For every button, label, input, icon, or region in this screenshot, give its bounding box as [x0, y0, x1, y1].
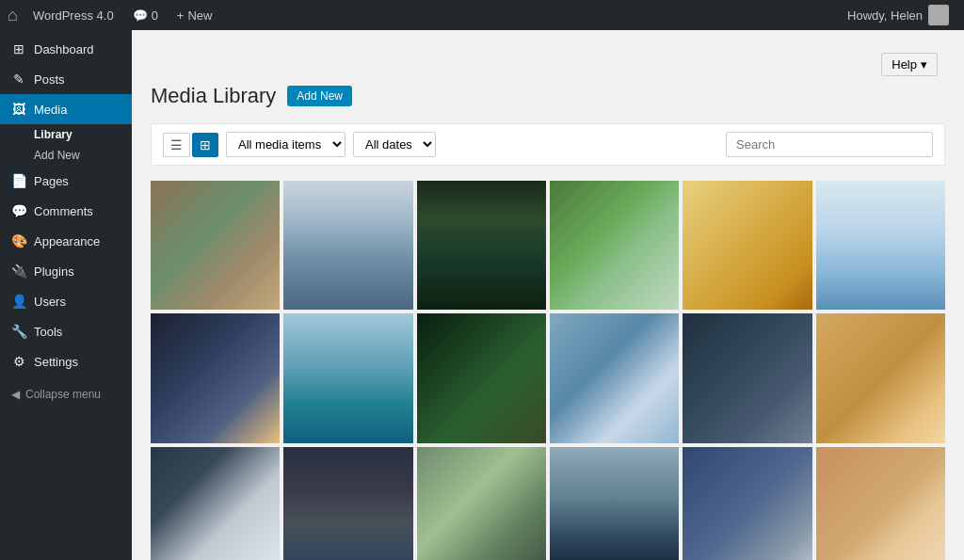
plugins-icon: 🔌: [11, 264, 26, 279]
collapse-menu[interactable]: ◀ Collapse menu: [0, 380, 132, 408]
sidebar-item-users[interactable]: 👤 Users: [0, 286, 132, 316]
media-item[interactable]: [550, 447, 679, 560]
media-item[interactable]: [816, 181, 945, 310]
media-item[interactable]: [283, 313, 412, 442]
comments-icon: 💬: [11, 203, 26, 218]
help-label: Help: [892, 57, 917, 72]
sidebar-item-settings-label: Settings: [34, 355, 78, 369]
media-item[interactable]: [683, 313, 811, 442]
wp-logo-icon: ⌂: [8, 6, 18, 25]
help-button[interactable]: Help ▾: [881, 53, 938, 76]
sidebar-item-settings[interactable]: ⚙ Settings: [0, 346, 132, 376]
view-toggle: ☰ ⊞: [163, 133, 218, 157]
sidebar-item-appearance[interactable]: 🎨 Appearance: [0, 226, 132, 256]
adminbar-new-label: New: [187, 8, 212, 23]
settings-icon: ⚙: [11, 354, 26, 369]
search-input[interactable]: [726, 132, 933, 157]
sidebar-item-comments-label: Comments: [34, 204, 93, 218]
avatar: [928, 5, 949, 25]
filter-dates[interactable]: All dates: [353, 132, 436, 157]
users-icon: 👤: [11, 294, 26, 309]
help-chevron-icon: ▾: [921, 57, 927, 72]
grid-view-button[interactable]: ⊞: [192, 133, 218, 157]
collapse-label: Collapse menu: [25, 388, 101, 401]
sidebar-item-tools-label: Tools: [34, 325, 62, 339]
sidebar-sub-library[interactable]: Library: [0, 124, 132, 145]
media-item[interactable]: [550, 181, 679, 310]
media-icon: 🖼: [11, 102, 26, 117]
sidebar-item-posts[interactable]: ✎ Posts: [0, 64, 132, 94]
list-view-icon: ☰: [170, 137, 183, 152]
media-item[interactable]: [151, 181, 280, 310]
media-item[interactable]: [417, 447, 546, 560]
media-item[interactable]: [417, 313, 546, 442]
media-item[interactable]: [816, 313, 945, 442]
filter-media-type[interactable]: All media items: [226, 132, 345, 157]
sidebar: ⊞ Dashboard ✎ Posts 🖼 Media Library Add …: [0, 30, 132, 560]
media-toolbar: ☰ ⊞ All media items All dates: [151, 123, 945, 166]
sidebar-item-dashboard[interactable]: ⊞ Dashboard: [0, 34, 132, 64]
adminbar-site-name[interactable]: WordPress 4.0: [25, 0, 121, 30]
media-item[interactable]: [683, 447, 811, 560]
appearance-icon: 🎨: [11, 233, 26, 248]
sidebar-item-appearance-label: Appearance: [34, 234, 100, 248]
media-item[interactable]: [417, 181, 546, 310]
plus-icon: +: [177, 8, 185, 23]
sidebar-item-plugins[interactable]: 🔌 Plugins: [0, 256, 132, 286]
collapse-icon: ◀: [11, 388, 20, 401]
media-item[interactable]: [683, 181, 811, 310]
pages-icon: 📄: [11, 173, 26, 188]
media-item[interactable]: [550, 313, 679, 442]
adminbar-comments-count: 0: [152, 8, 158, 23]
media-item[interactable]: [151, 313, 280, 442]
sidebar-item-dashboard-label: Dashboard: [34, 42, 94, 56]
tools-icon: 🔧: [11, 324, 26, 339]
sidebar-item-pages[interactable]: 📄 Pages: [0, 166, 132, 196]
adminbar-howdy[interactable]: Howdy, Helen: [840, 5, 956, 25]
sidebar-item-tools[interactable]: 🔧 Tools: [0, 316, 132, 346]
sidebar-item-users-label: Users: [34, 295, 66, 309]
adminbar-comments[interactable]: 💬 0: [125, 0, 166, 30]
sidebar-item-media-label: Media: [34, 103, 67, 117]
media-item[interactable]: [283, 181, 412, 310]
sidebar-item-pages-label: Pages: [34, 174, 69, 188]
sidebar-item-posts-label: Posts: [34, 72, 65, 87]
howdy-label: Howdy, Helen: [847, 8, 923, 23]
list-view-button[interactable]: ☰: [163, 133, 190, 157]
admin-bar: ⌂ WordPress 4.0 💬 0 + New Howdy, Helen: [0, 0, 964, 30]
main-content: Help ▾ Media Library Add New ☰ ⊞ All med…: [132, 30, 964, 560]
dashboard-icon: ⊞: [11, 41, 26, 56]
add-new-button[interactable]: Add New: [287, 86, 352, 106]
comments-icon: 💬: [133, 8, 148, 23]
sidebar-item-comments[interactable]: 💬 Comments: [0, 196, 132, 226]
media-item[interactable]: [283, 447, 412, 560]
posts-icon: ✎: [11, 72, 26, 87]
adminbar-new[interactable]: + New: [169, 0, 220, 30]
media-grid: [151, 181, 945, 560]
page-title: Media Library: [151, 84, 276, 108]
sidebar-item-media[interactable]: 🖼 Media: [0, 94, 132, 124]
media-item[interactable]: [151, 447, 280, 560]
sidebar-item-plugins-label: Plugins: [34, 264, 74, 279]
page-header: Media Library Add New: [151, 84, 945, 108]
grid-view-icon: ⊞: [200, 137, 211, 152]
media-item[interactable]: [816, 447, 945, 560]
sidebar-sub-add-new[interactable]: Add New: [0, 145, 132, 166]
